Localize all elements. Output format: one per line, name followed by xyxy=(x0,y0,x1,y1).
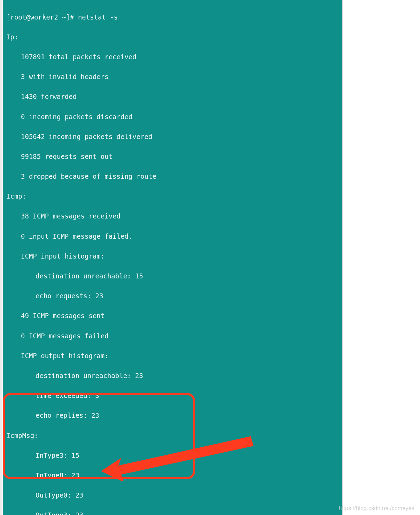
icmp-line: 38 ICMP messages received xyxy=(6,211,339,221)
prompt-line: [root@worker2 ~]# netstat -s xyxy=(6,12,339,22)
page-background xyxy=(342,0,420,515)
icmpmsg-line: InType8: 23 xyxy=(6,470,339,481)
watermark-text: https://blog.csdn.net/comeyes xyxy=(339,505,414,512)
icmp-line: 49 ICMP messages sent xyxy=(6,311,339,321)
ip-line: 107891 total packets received xyxy=(6,52,339,62)
icmp-hist-in: echo requests: 23 xyxy=(6,291,339,301)
icmp-line: ICMP output histogram: xyxy=(6,351,339,361)
icmpmsg-line: OutType0: 23 xyxy=(6,490,339,500)
screenshot-frame: [root@worker2 ~]# netstat -s Ip: 107891 … xyxy=(0,0,420,515)
icmp-line: ICMP input histogram: xyxy=(6,251,339,261)
ip-line: 0 incoming packets discarded xyxy=(6,112,339,122)
icmp-line: 0 ICMP messages failed xyxy=(6,331,339,341)
ip-line: 105642 incoming packets delivered xyxy=(6,132,339,142)
ip-header: Ip: xyxy=(6,32,339,42)
ip-line: 3 dropped because of missing route xyxy=(6,171,339,182)
shell-command: netstat -s xyxy=(78,13,118,21)
icmp-line: 0 input ICMP message failed. xyxy=(6,231,339,241)
shell-prompt: [root@worker2 ~]# xyxy=(6,13,78,21)
terminal-window[interactable]: [root@worker2 ~]# netstat -s Ip: 107891 … xyxy=(3,0,342,515)
icmp-hist-in: destination unreachable: 15 xyxy=(6,271,339,281)
icmp-header: Icmp: xyxy=(6,191,339,201)
divider xyxy=(342,0,343,515)
ip-line: 1430 forwarded xyxy=(6,92,339,102)
icmpmsg-line: OutType3: 23 xyxy=(6,510,339,515)
icmpmsg-header: IcmpMsg: xyxy=(6,431,339,441)
ip-line: 99185 requests sent out xyxy=(6,152,339,162)
ip-line: 3 with invalid headers xyxy=(6,72,339,82)
icmp-hist-out: destination unreachable: 23 xyxy=(6,371,339,381)
icmp-hist-out: time exceeded: 3 xyxy=(6,391,339,401)
icmpmsg-line: InType3: 15 xyxy=(6,451,339,461)
icmp-hist-out: echo replies: 23 xyxy=(6,410,339,421)
